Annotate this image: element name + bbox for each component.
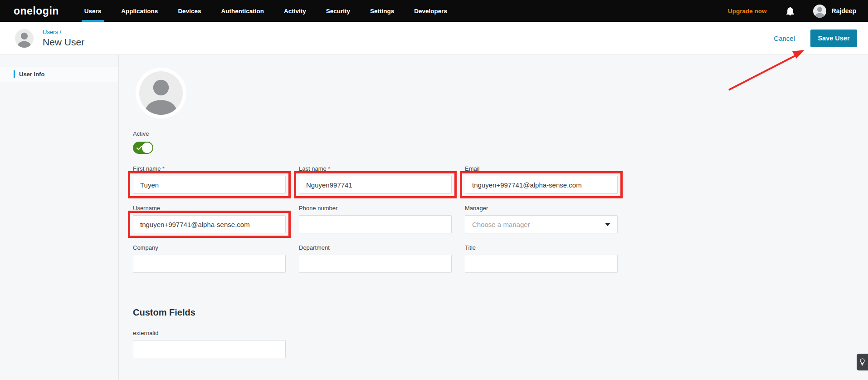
nav-right-group: Upgrade now Rajdeep xyxy=(728,5,856,18)
sidebar: User Info xyxy=(0,55,119,380)
field-email: Email xyxy=(465,165,618,194)
phone-input[interactable] xyxy=(299,215,452,233)
active-toggle[interactable] xyxy=(133,142,153,154)
nav-item-applications[interactable]: Applications xyxy=(111,0,168,22)
user-fields-grid: First name * Last name * Email xyxy=(133,165,868,273)
header-actions: Cancel Save User xyxy=(774,30,857,47)
chevron-down-icon xyxy=(605,223,610,226)
nav-item-devices[interactable]: Devices xyxy=(168,0,211,22)
nav-item-security[interactable]: Security xyxy=(316,0,360,22)
save-user-button[interactable]: Save User xyxy=(810,30,857,47)
notifications-bell-icon[interactable] xyxy=(786,6,795,15)
active-toggle-label: Active xyxy=(133,130,868,137)
user-form: Active First name * Last name * xyxy=(119,55,868,380)
department-label: Department xyxy=(299,244,452,251)
company-label: Company xyxy=(133,244,286,251)
page-title-block: Users / New User xyxy=(43,29,84,48)
content-area: User Info Active First name * xyxy=(0,55,868,380)
nav-item-authentication[interactable]: Authentication xyxy=(211,0,274,22)
page-header: Users / New User Cancel Save User xyxy=(0,22,868,55)
cancel-button[interactable]: Cancel xyxy=(774,35,795,42)
title-input[interactable] xyxy=(465,255,618,273)
field-phone: Phone number xyxy=(299,205,452,233)
tips-lightbulb-tab[interactable] xyxy=(857,354,868,370)
nav-item-users[interactable]: Users xyxy=(74,0,112,22)
phone-label: Phone number xyxy=(299,205,452,212)
department-input[interactable] xyxy=(299,255,452,273)
username-label: Username xyxy=(133,205,286,212)
check-icon xyxy=(137,146,142,150)
upgrade-now-link[interactable]: Upgrade now xyxy=(728,8,767,15)
email-input[interactable] xyxy=(465,176,618,194)
primary-nav: Users Applications Devices Authenticatio… xyxy=(74,0,457,22)
externalid-input[interactable] xyxy=(133,340,286,358)
field-company: Company xyxy=(133,244,286,273)
custom-fields-heading: Custom Fields xyxy=(133,307,868,318)
sidebar-item-user-info[interactable]: User Info xyxy=(0,67,118,82)
new-user-avatar-small xyxy=(15,29,34,48)
nav-item-developers[interactable]: Developers xyxy=(404,0,457,22)
required-marker: * xyxy=(328,165,330,172)
externalid-label: externalid xyxy=(133,330,868,336)
email-label: Email xyxy=(465,165,618,172)
field-username: Username xyxy=(133,205,286,233)
manager-placeholder: Choose a manager xyxy=(472,221,530,228)
manager-label: Manager xyxy=(465,205,618,212)
first-name-label: First name xyxy=(133,165,161,172)
manager-select[interactable]: Choose a manager xyxy=(465,215,618,233)
last-name-input[interactable] xyxy=(299,176,452,194)
toggle-knob xyxy=(142,143,152,153)
breadcrumb[interactable]: Users / xyxy=(43,29,84,35)
field-title: Title xyxy=(465,244,618,273)
required-marker: * xyxy=(162,165,165,172)
field-first-name: First name * xyxy=(133,165,286,194)
first-name-input[interactable] xyxy=(133,176,286,194)
active-accent-bar xyxy=(14,70,15,78)
field-last-name: Last name * xyxy=(299,165,452,194)
user-name[interactable]: Rajdeep xyxy=(832,7,856,15)
title-label: Title xyxy=(465,244,618,251)
username-input[interactable] xyxy=(133,215,286,233)
nav-item-activity[interactable]: Activity xyxy=(274,0,316,22)
nav-item-settings[interactable]: Settings xyxy=(360,0,404,22)
user-avatar[interactable] xyxy=(813,5,826,18)
lightbulb-icon xyxy=(860,358,865,366)
onelogin-logo[interactable]: onelogin xyxy=(14,5,59,17)
field-manager: Manager Choose a manager xyxy=(465,205,618,233)
top-nav: onelogin Users Applications Devices Auth… xyxy=(0,0,868,22)
company-input[interactable] xyxy=(133,255,286,273)
profile-photo-placeholder[interactable] xyxy=(139,71,183,115)
last-name-label: Last name xyxy=(299,165,327,172)
page-title: New User xyxy=(43,36,84,48)
field-department: Department xyxy=(299,244,452,273)
sidebar-item-label: User Info xyxy=(19,71,44,78)
